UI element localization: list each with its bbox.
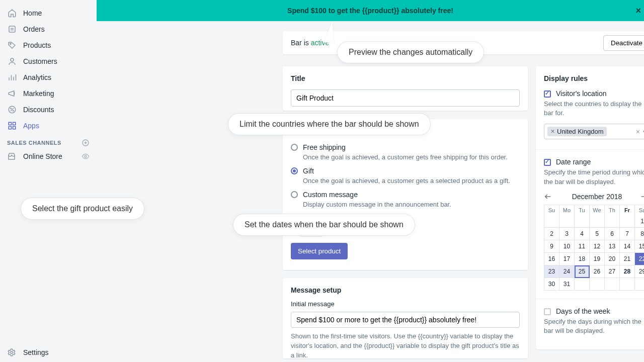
checkbox-date-range[interactable]: Date range — [544, 158, 644, 166]
prev-month-icon[interactable] — [544, 193, 554, 201]
radio-icon — [291, 167, 298, 174]
calendar-day[interactable]: 10 — [559, 240, 575, 253]
display-rules-heading: Display rules — [544, 74, 644, 82]
calendar-dow: Mo — [559, 205, 575, 215]
sidebar-item-analytics[interactable]: Analytics — [0, 69, 97, 85]
calendar-day[interactable]: 29 — [635, 265, 644, 278]
calendar-day[interactable]: 26 — [590, 265, 605, 278]
svg-rect-16 — [13, 127, 16, 129]
calendar-day[interactable]: 31 — [559, 278, 575, 291]
deactivate-button[interactable]: Deactivate — [603, 35, 644, 51]
callout-gift: Select the gift product easily — [21, 198, 144, 220]
sidebar-item-apps[interactable]: Apps — [0, 118, 97, 134]
message-heading: Message setup — [291, 286, 520, 294]
calendar-day[interactable]: 23 — [544, 265, 559, 278]
apps-icon — [7, 121, 17, 131]
initial-message-input[interactable] — [291, 312, 520, 328]
radio-custom-message[interactable]: Custom message Display custom message in… — [291, 191, 520, 208]
sidebar-item-settings[interactable]: Settings — [0, 343, 97, 362]
next-month-icon[interactable] — [640, 193, 644, 201]
calendar-day[interactable]: 1 — [635, 215, 644, 228]
calendar-day[interactable]: 16 — [544, 253, 559, 265]
sidebar-label: Discounts — [23, 106, 54, 114]
calendar-day[interactable]: 17 — [559, 253, 575, 265]
select-product-button[interactable]: Select product — [291, 243, 348, 259]
svg-rect-15 — [9, 127, 11, 129]
radio-free-shipping[interactable]: Free shipping Once the goal is achieved,… — [291, 143, 520, 161]
calendar-day — [620, 278, 635, 291]
calendar-dow: Su — [544, 205, 559, 215]
close-icon[interactable]: × — [635, 6, 641, 16]
calendar-day[interactable]: 25 — [575, 265, 590, 278]
sidebar-item-home[interactable]: Home — [0, 5, 97, 21]
calendar-day — [605, 215, 620, 228]
calendar-day[interactable]: 20 — [605, 253, 620, 265]
calendar-day[interactable]: 7 — [620, 228, 635, 240]
sidebar-label: Analytics — [23, 73, 51, 81]
radio-gift[interactable]: Gift Once the goal is achieved, a custom… — [291, 167, 520, 185]
checkbox-days-of-week[interactable]: Days of the week — [544, 307, 644, 315]
calendar-day[interactable]: 18 — [575, 253, 590, 265]
calendar-day[interactable]: 30 — [544, 278, 559, 291]
calendar-day[interactable]: 4 — [575, 228, 590, 240]
callout-dates: Set the dates when the bar should be sho… — [233, 214, 415, 236]
calendar-day[interactable]: 12 — [590, 240, 605, 253]
eye-icon[interactable] — [82, 152, 90, 160]
add-channel-icon[interactable] — [82, 139, 90, 147]
calendar-dow: Tu — [575, 205, 590, 215]
title-card: Title — [283, 66, 528, 111]
sidebar-item-customers[interactable]: Customers — [0, 53, 97, 69]
sidebar-item-marketing[interactable]: Marketing — [0, 85, 97, 102]
sidebar-label: Apps — [23, 122, 39, 130]
sidebar-item-orders[interactable]: Orders — [0, 21, 97, 37]
calendar-day — [575, 215, 590, 228]
calendar-day[interactable]: 3 — [559, 228, 575, 240]
callout-preview: Preview the changes automatically — [337, 41, 484, 63]
calendar-day[interactable]: 21 — [620, 253, 635, 265]
calendar-day[interactable]: 28 — [620, 265, 635, 278]
title-input[interactable] — [291, 89, 520, 107]
radio-icon — [291, 144, 298, 151]
orders-icon — [7, 24, 17, 34]
svg-point-3 — [10, 43, 11, 44]
clear-select-icon[interactable]: × — [634, 128, 642, 136]
checkbox-icon — [544, 308, 551, 315]
sidebar-channel-online-store[interactable]: Online Store — [0, 149, 97, 164]
calendar-day[interactable]: 9 — [544, 240, 559, 253]
sidebar-label: Online Store — [23, 152, 62, 160]
calendar: December 2018 SuMoTuWeThFrSa123456789101… — [544, 193, 644, 291]
calendar-dow: Sa — [635, 205, 644, 215]
remove-tag-icon[interactable]: ✕ — [550, 128, 555, 135]
chart-icon — [7, 72, 17, 82]
status-text: Bar is active — [291, 39, 329, 47]
sidebar-label: Settings — [23, 348, 49, 356]
sidebar-item-discounts[interactable]: Discounts — [0, 102, 97, 118]
message-help-text: Shown to the first-time site visitors. U… — [291, 332, 520, 360]
country-select[interactable]: ✕ United Kingdom × ▾ — [544, 124, 644, 139]
calendar-day[interactable]: 19 — [590, 253, 605, 265]
chevron-down-icon[interactable]: ▾ — [642, 129, 644, 134]
calendar-day[interactable]: 2 — [544, 228, 559, 240]
calendar-day[interactable]: 8 — [635, 228, 644, 240]
callout-countries: Limit the countries where the bar should… — [228, 113, 431, 135]
calendar-day[interactable]: 13 — [605, 240, 620, 253]
calendar-day[interactable]: 11 — [575, 240, 590, 253]
calendar-day[interactable]: 27 — [605, 265, 620, 278]
checkbox-visitors-location[interactable]: Visitor's location — [544, 89, 644, 98]
sidebar-label: Marketing — [23, 89, 54, 98]
sidebar-item-products[interactable]: Products — [0, 37, 97, 53]
calendar-day[interactable]: 24 — [559, 265, 575, 278]
calendar-day[interactable]: 5 — [590, 228, 605, 240]
calendar-dow: We — [590, 205, 605, 215]
initial-message-label: Initial message — [291, 300, 520, 308]
svg-point-20 — [85, 155, 87, 157]
checkbox-icon — [544, 159, 551, 166]
svg-rect-14 — [13, 122, 16, 125]
calendar-day — [544, 215, 559, 228]
calendar-day[interactable]: 14 — [620, 240, 635, 253]
calendar-day[interactable]: 6 — [605, 228, 620, 240]
calendar-day[interactable]: 15 — [635, 240, 644, 253]
calendar-day — [635, 278, 644, 291]
calendar-day[interactable]: 22 — [635, 253, 644, 265]
display-rules-card: Display rules Visitor's location Select … — [536, 66, 644, 349]
